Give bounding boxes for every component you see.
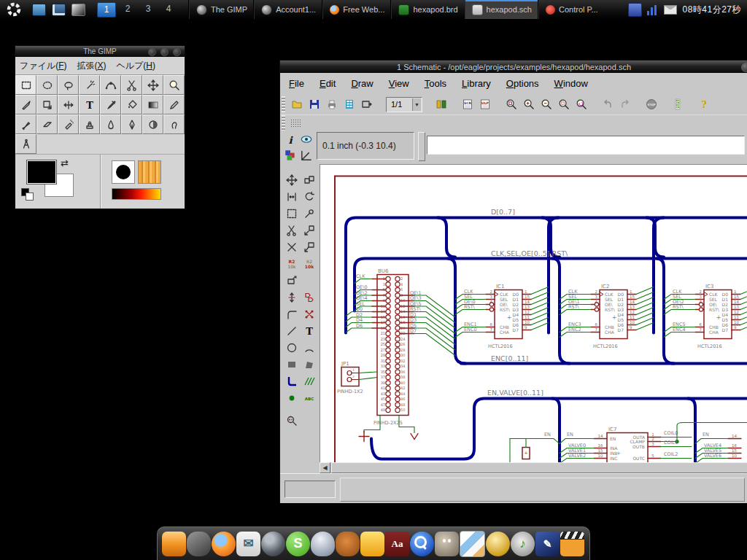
copy-command-button[interactable] — [301, 172, 317, 187]
dock-icon-gimp[interactable] — [435, 532, 459, 556]
redo-button[interactable] — [616, 96, 634, 113]
scr-button[interactable]: SCR — [459, 96, 476, 113]
scissors-tool-button[interactable] — [121, 75, 142, 95]
board-button[interactable] — [358, 96, 376, 113]
eagle-menu-draw[interactable]: Draw — [351, 78, 373, 89]
eagle-menu-view[interactable]: View — [389, 78, 409, 89]
eagle-menu-options[interactable]: Options — [506, 78, 539, 89]
fuzzy-select-tool-button[interactable] — [79, 75, 100, 95]
dock-icon-external-drive[interactable] — [162, 532, 186, 556]
net-command-button[interactable] — [301, 373, 317, 389]
horizontal-scrollbar[interactable]: ◀ — [320, 462, 747, 473]
gimp-menu-ヘルプ(H)[interactable]: ヘルプ(H) — [116, 60, 155, 72]
erc-command-button[interactable] — [283, 413, 300, 428]
open-button[interactable] — [288, 96, 306, 113]
dock-icon-firefox[interactable] — [212, 532, 236, 556]
clone-tool-button[interactable] — [79, 114, 100, 134]
ellipse-select-tool-button[interactable] — [36, 75, 58, 95]
gradient-preview[interactable] — [112, 188, 161, 200]
workspace-button-2[interactable]: 2 — [119, 2, 136, 16]
tray-panel-icon[interactable] — [628, 3, 642, 17]
rotate-command-button[interactable] — [301, 189, 317, 204]
crop-tool-button[interactable] — [15, 95, 36, 114]
gimp-menu-ファイル(F)[interactable]: ファイル(F) — [20, 60, 66, 72]
gradient-tool-button[interactable] — [142, 95, 163, 114]
scrollbar-thumb[interactable] — [331, 462, 747, 473]
dock-icon-skype[interactable]: S — [286, 532, 310, 556]
text-command-button[interactable]: T — [301, 323, 317, 338]
display-tool-button[interactable] — [283, 148, 298, 163]
dock-icon-photos[interactable] — [460, 531, 485, 557]
split-command-button[interactable] — [283, 289, 300, 305]
move-tool-button[interactable] — [142, 75, 163, 95]
airbrush-tool-button[interactable] — [58, 114, 79, 134]
brush-preview[interactable] — [112, 160, 135, 184]
scroll-left-arrow-icon[interactable]: ◀ — [320, 462, 330, 473]
paintbrush-tool-button[interactable] — [15, 114, 36, 134]
dock-icon-ox[interactable] — [336, 532, 360, 556]
gimp-titlebar[interactable]: The GIMP — [15, 46, 185, 57]
mail-notify-icon[interactable] — [664, 5, 677, 15]
text-tool-button[interactable]: T — [79, 95, 100, 114]
pattern-preview[interactable] — [138, 160, 161, 184]
default-colors-icon-bg[interactable] — [26, 192, 34, 201]
window-list-icon[interactable] — [52, 4, 66, 16]
paste-command-button[interactable] — [301, 222, 317, 238]
workspace-button-1[interactable]: 1 — [97, 2, 116, 18]
taskbar-window-account1-[interactable]: Account1... — [254, 0, 322, 19]
dodge-burn-tool-button[interactable] — [142, 114, 163, 134]
dropdown-arrow-icon[interactable]: ▼ — [412, 98, 421, 111]
eagle-menu-tools[interactable]: Tools — [425, 78, 446, 89]
command-input[interactable] — [427, 136, 745, 155]
zoom-redraw-button[interactable] — [573, 96, 590, 113]
smash-command-button[interactable] — [283, 273, 300, 288]
eagle-menu-library[interactable]: Library — [462, 78, 491, 89]
wire-command-button[interactable] — [283, 323, 300, 338]
bezier-select-tool-button[interactable] — [100, 75, 121, 95]
color-picker-tool-button[interactable] — [100, 95, 121, 114]
free-select-tool-button[interactable] — [58, 75, 79, 95]
print-button[interactable] — [323, 96, 341, 113]
change-command-button[interactable] — [301, 206, 317, 221]
zoom-out-button[interactable] — [538, 96, 555, 113]
smudge-tool-button[interactable] — [163, 114, 185, 134]
zoom-fit-button[interactable] — [503, 96, 520, 113]
polygon-command-button[interactable] — [301, 357, 317, 372]
convolve-tool-button[interactable] — [100, 114, 121, 134]
taskbar-window-control-p-[interactable]: Control P... — [538, 0, 605, 19]
sheet-selector[interactable]: 1/1▼ — [386, 97, 422, 112]
film-button[interactable] — [341, 96, 358, 113]
show-tool-button[interactable] — [299, 132, 314, 147]
screenshot-icon[interactable] — [71, 4, 85, 16]
taskbar-window-free-web-[interactable]: Free Web... — [322, 0, 391, 19]
taskbar-window-hexapod-sch[interactable]: hexapod.sch — [465, 0, 538, 19]
invoke-command-button[interactable] — [301, 289, 317, 305]
eagle-menu-file[interactable]: File — [289, 78, 304, 89]
gimp-window-buttons[interactable] — [148, 48, 181, 56]
cut-command-button[interactable] — [283, 222, 300, 238]
eraser-tool-button[interactable] — [36, 114, 58, 134]
dock-icon-notes[interactable]: ✎ — [535, 532, 560, 556]
save-button[interactable] — [306, 96, 323, 113]
show-desktop-icon[interactable] — [32, 4, 46, 16]
grid-button[interactable] — [288, 117, 303, 130]
gimp-menu-拡張(X)[interactable]: 拡張(X) — [77, 60, 106, 72]
dock-icon-dictionary[interactable]: Aa — [385, 532, 409, 556]
undo-button[interactable] — [599, 96, 616, 113]
arc-command-button[interactable] — [301, 340, 317, 355]
dock-icon-movies[interactable] — [560, 532, 584, 556]
eagle-titlebar[interactable]: 1 Schematic - /opt/eagle/projects/exampl… — [280, 61, 747, 73]
dock-icon-office[interactable] — [360, 532, 384, 556]
zoom-in-button[interactable] — [520, 96, 538, 113]
transform-tool-button[interactable] — [36, 95, 58, 114]
workspace-button-4[interactable]: 4 — [160, 2, 177, 16]
distro-logo-icon[interactable] — [6, 1, 22, 18]
ink-tool-button[interactable] — [121, 114, 142, 134]
dock-icon-idea[interactable] — [311, 532, 335, 556]
dock-icon-mail[interactable]: ✉ — [236, 532, 260, 556]
pinswap-command-button[interactable] — [301, 306, 317, 322]
dock-icon-games[interactable] — [187, 532, 211, 556]
bus-command-button[interactable] — [283, 373, 300, 389]
dock-icon-search[interactable] — [410, 532, 434, 556]
taskbar-window-the-gimp[interactable]: The GIMP — [189, 0, 254, 19]
